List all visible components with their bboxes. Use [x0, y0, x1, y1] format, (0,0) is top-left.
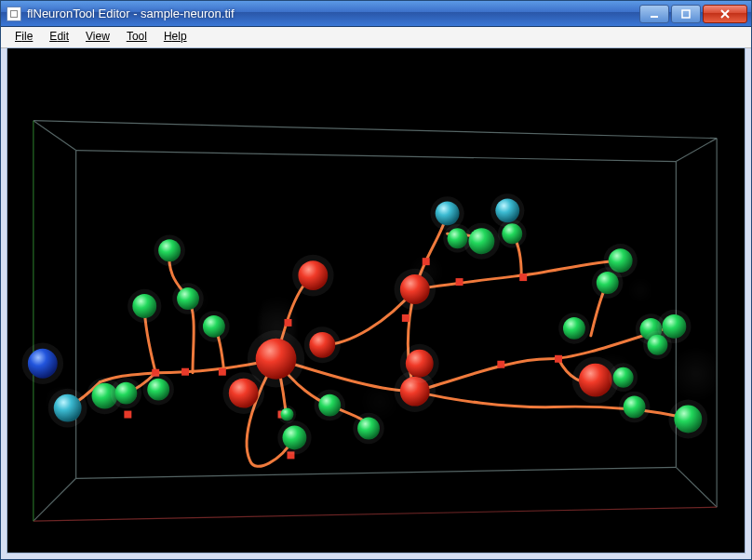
app-window: flNeuronTool Editor - sample-neuron.tif … [0, 0, 752, 560]
svg-point-31 [256, 339, 297, 380]
svg-point-59 [147, 379, 169, 401]
svg-point-43 [406, 350, 434, 378]
app-icon [7, 7, 21, 21]
svg-point-71 [448, 228, 468, 248]
svg-point-37 [400, 274, 430, 304]
svg-point-91 [613, 367, 634, 388]
svg-line-10 [676, 467, 717, 507]
svg-line-4 [76, 151, 677, 162]
svg-point-47 [132, 294, 156, 318]
svg-rect-16 [219, 368, 226, 376]
svg-point-33 [229, 379, 259, 408]
svg-line-6 [76, 467, 677, 478]
svg-point-85 [674, 406, 702, 433]
svg-rect-27 [555, 355, 562, 363]
menu-help[interactable]: Help [155, 27, 195, 47]
svg-line-12 [34, 121, 717, 139]
svg-point-87 [624, 396, 646, 419]
close-button[interactable] [703, 5, 747, 23]
svg-point-67 [357, 418, 380, 440]
svg-line-14 [34, 507, 717, 521]
svg-point-49 [158, 239, 181, 261]
svg-point-69 [468, 228, 494, 254]
client-area [7, 47, 745, 553]
svg-point-99 [495, 198, 519, 222]
window-controls [639, 5, 747, 23]
bounding-box [34, 121, 717, 521]
svg-point-63 [281, 408, 294, 421]
menubar: File Edit View Tool Help [1, 27, 751, 48]
svg-rect-24 [423, 258, 430, 265]
svg-rect-0 [651, 16, 658, 18]
svg-point-65 [318, 394, 341, 417]
maximize-icon [681, 9, 691, 19]
svg-line-11 [34, 478, 76, 521]
menu-tool[interactable]: Tool [118, 27, 155, 47]
window-title: flNeuronTool Editor - sample-neuron.tif [27, 7, 639, 20]
svg-rect-19 [124, 411, 131, 419]
svg-line-8 [34, 121, 76, 151]
svg-line-9 [676, 139, 717, 162]
svg-point-61 [283, 426, 307, 450]
svg-point-35 [309, 332, 335, 358]
close-icon [719, 9, 731, 19]
svg-point-45 [579, 364, 612, 397]
3d-viewport[interactable] [7, 48, 745, 553]
menu-edit[interactable]: Edit [41, 27, 77, 47]
neuron-scene [7, 48, 745, 553]
svg-point-77 [563, 317, 585, 340]
svg-point-41 [298, 260, 328, 290]
minimize-button[interactable] [639, 5, 669, 23]
titlebar[interactable]: flNeuronTool Editor - sample-neuron.tif [1, 1, 751, 27]
svg-point-93 [28, 349, 58, 379]
svg-point-89 [648, 335, 668, 355]
minimize-icon [650, 9, 659, 19]
svg-point-57 [114, 382, 137, 405]
svg-point-79 [597, 272, 619, 294]
svg-rect-1 [682, 10, 690, 18]
menu-view[interactable]: View [77, 27, 118, 47]
svg-point-53 [203, 315, 225, 338]
svg-point-97 [436, 201, 460, 225]
svg-rect-28 [519, 273, 527, 281]
svg-rect-26 [497, 361, 504, 368]
svg-point-95 [54, 394, 82, 422]
svg-rect-25 [456, 278, 463, 286]
maximize-button[interactable] [671, 5, 701, 23]
svg-rect-23 [402, 314, 410, 322]
svg-rect-17 [181, 368, 189, 376]
svg-rect-22 [284, 319, 291, 327]
svg-point-51 [177, 287, 199, 310]
menu-file[interactable]: File [7, 27, 41, 47]
